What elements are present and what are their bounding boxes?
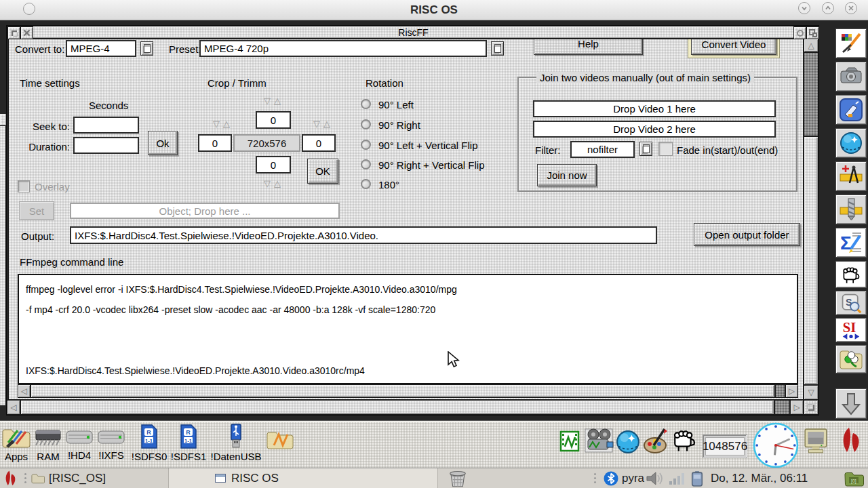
sidebar-airbrush-icon[interactable] [835, 95, 867, 125]
background-window-fragment[interactable] [0, 114, 6, 405]
iconbar-display[interactable] [803, 428, 829, 455]
iconbar-hd4[interactable]: !HD4 [64, 428, 95, 461]
iconbar-datenusb[interactable]: !DatenUSB [208, 424, 264, 462]
textarea-hscrollbar[interactable]: ◁ ▷ [18, 384, 798, 398]
rotation-radio-90-left[interactable] [361, 99, 371, 109]
sidebar-scroll-down-icon[interactable] [835, 388, 867, 419]
back-icon[interactable] [7, 26, 20, 39]
open-output-folder-button[interactable]: Open output folder [694, 223, 800, 246]
scroll-left-icon[interactable]: ◁ [7, 400, 20, 415]
sidebar-compass-icon[interactable] [835, 161, 867, 191]
set-button[interactable]: Set [19, 201, 54, 220]
crop-right-field[interactable]: 0 [302, 134, 336, 152]
toggle-size-icon[interactable] [806, 26, 819, 39]
bluetooth-icon[interactable] [604, 471, 618, 488]
iconbar-ixfs[interactable]: !IXFS [95, 428, 127, 461]
textarea-hscrollbar-thumb[interactable] [31, 384, 775, 398]
sidebar-camera-icon[interactable] [835, 62, 867, 92]
workspace-folder-icon[interactable] [31, 472, 45, 487]
preset-field[interactable]: MPEG-4 720p [199, 40, 487, 57]
sidebar-sigma-icon[interactable]: Σ [835, 228, 867, 258]
drop-video-1-field[interactable]: Drop Video 1 here [533, 100, 776, 117]
crop-left-field[interactable]: 0 [198, 134, 232, 152]
hscrollbar-track[interactable] [774, 400, 790, 415]
window-titlebar[interactable]: RiscFF [7, 26, 818, 39]
drop-video-2-field[interactable]: Drop Video 2 here [533, 121, 776, 138]
iconbar-apps[interactable]: Apps [0, 424, 33, 462]
iconbar-pyra-logo[interactable] [837, 426, 867, 455]
convert-to-field[interactable]: MPEG-4 [66, 40, 136, 57]
crop-bottom-field[interactable]: 0 [256, 156, 291, 174]
crop-left-stepper-icon[interactable]: ▽△ [204, 119, 242, 129]
vscrollbar-track[interactable] [804, 52, 818, 136]
crop-right-stepper-icon[interactable]: ▽△ [304, 119, 342, 129]
trash-icon[interactable] [448, 470, 468, 488]
datetime-label[interactable]: Do, 12. Mär., 06:11 [711, 472, 808, 485]
ffmpeg-command-textarea[interactable]: ffmpeg -loglevel error -i IXFS:$.HardDis… [18, 274, 798, 384]
scroll-up-icon[interactable]: △ [804, 39, 818, 52]
duration-field[interactable] [73, 137, 139, 154]
sidebar-paint-icon[interactable] [835, 28, 867, 58]
iconbar-folder[interactable] [264, 428, 296, 451]
rotation-radio-180[interactable] [361, 179, 371, 189]
overlay-checkbox[interactable] [18, 180, 30, 192]
iconbar-stronged[interactable] [669, 425, 700, 455]
background-window-titlebar[interactable] [0, 114, 6, 126]
iconise-icon[interactable] [793, 26, 806, 39]
scroll-right-icon[interactable]: ▷ [785, 384, 798, 398]
iconbar-riscff[interactable] [582, 426, 616, 455]
help-button[interactable]: Help [534, 39, 643, 55]
crop-bottom-stepper-icon[interactable]: ▽△ [255, 178, 293, 188]
signal-strength-icon[interactable] [669, 472, 686, 488]
host-minimize-icon[interactable] [798, 2, 810, 14]
scroll-down-icon[interactable]: ▽ [804, 385, 818, 400]
iconbar-globe[interactable] [614, 429, 642, 455]
volume-icon[interactable] [646, 471, 665, 488]
join-now-button[interactable]: Join now [537, 164, 597, 186]
crop-top-field[interactable]: 0 [256, 111, 291, 129]
filter-menu-icon[interactable] [639, 142, 652, 156]
filter-field[interactable]: nofilter [570, 141, 635, 158]
bt-device-label[interactable]: pyra [622, 472, 644, 485]
vscrollbar-thumb[interactable] [804, 136, 818, 385]
iconbar-avi[interactable] [559, 430, 580, 452]
object-drop-field[interactable]: Object; Drop here ... [70, 203, 340, 219]
battery-icon[interactable] [690, 470, 704, 488]
iconbar-sdfs1[interactable]: R 1-1 !SDFS1 [170, 424, 208, 462]
hscrollbar-thumb[interactable] [20, 400, 774, 415]
iconbar-clock[interactable] [753, 422, 799, 471]
preset-menu-icon[interactable] [491, 41, 504, 56]
crop-top-stepper-icon[interactable]: ▽△ [255, 96, 293, 106]
crop-ok-button[interactable]: OK [307, 159, 338, 184]
scroll-left-icon[interactable]: ◁ [18, 384, 31, 398]
window-hscrollbar[interactable]: ◁ ▷ [7, 400, 804, 415]
scroll-right-icon[interactable]: ▷ [790, 400, 804, 415]
sidebar-clover-icon[interactable] [835, 345, 867, 373]
iconbar-palette[interactable] [642, 428, 670, 455]
window-vscrollbar[interactable]: △ ▽ [804, 39, 818, 400]
convert-to-menu-icon[interactable] [140, 41, 153, 56]
taskbar-pyra-menu[interactable] [3, 470, 19, 488]
rotation-radio-90-right[interactable] [361, 119, 371, 129]
time-ok-button[interactable]: Ok [148, 131, 178, 155]
iconbar-memory-display[interactable]: 1048576 [703, 434, 747, 458]
convert-video-button[interactable]: Convert Video [691, 39, 776, 55]
fade-checkbox[interactable] [658, 142, 673, 156]
sidebar-drill-icon[interactable] [835, 195, 867, 224]
rotation-radio-90-left-vflip[interactable] [361, 140, 371, 150]
host-restore-icon[interactable] [822, 2, 834, 14]
files-folder-icon[interactable]: [0] [844, 470, 864, 488]
host-close-icon[interactable] [845, 2, 857, 14]
seek-to-field[interactable] [73, 117, 139, 134]
sidebar-globe-icon[interactable] [835, 128, 867, 158]
sidebar-search-icon[interactable]: S [835, 291, 867, 315]
active-task-button[interactable]: RISC OS [168, 468, 438, 488]
window-title[interactable]: RiscFF [33, 26, 793, 39]
close-icon[interactable] [20, 26, 33, 39]
sidebar-si-icon[interactable]: SI [835, 318, 867, 342]
iconbar-sdfs0[interactable]: R 1-1 !SDFS0 [130, 424, 168, 462]
resize-handle[interactable] [804, 400, 818, 415]
rotation-radio-90-right-vflip[interactable] [361, 159, 371, 169]
output-path-field[interactable]: IXFS:$.HardDisc4.Test.Spielwiese.!VideoE… [70, 226, 657, 244]
sidebar-fist-icon[interactable] [835, 261, 867, 288]
